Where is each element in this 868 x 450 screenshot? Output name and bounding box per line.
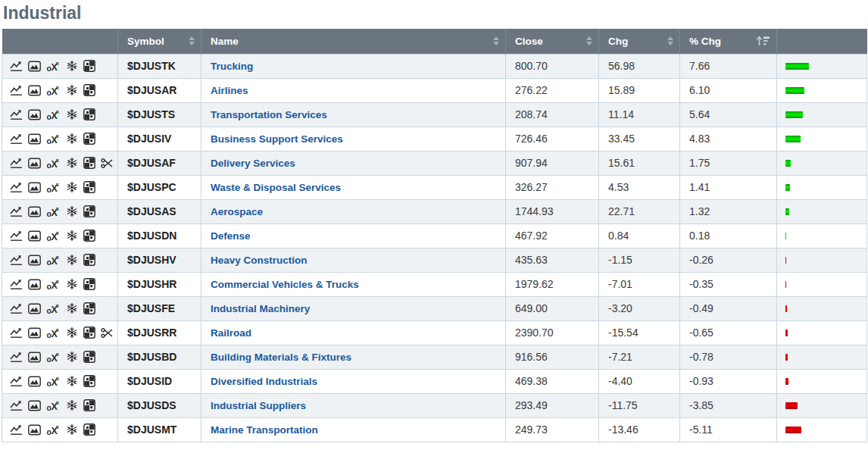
name-link[interactable]: Commercial Vehicles & Trucks	[211, 279, 359, 290]
seasonal-snowflake-icon[interactable]	[66, 205, 78, 217]
seasonal-snowflake-icon[interactable]	[66, 157, 78, 169]
seasonal-snowflake-icon[interactable]	[66, 60, 78, 72]
sharp-chart-icon[interactable]	[10, 85, 23, 96]
sharp-chart-icon[interactable]	[10, 279, 23, 290]
name-link[interactable]: Waste & Disposal Services	[211, 182, 341, 193]
sharp-chart-icon[interactable]	[10, 158, 23, 169]
name-link[interactable]: Transportation Services	[211, 109, 327, 120]
gallery-chart-icon[interactable]	[28, 182, 41, 193]
sharp-chart-icon[interactable]	[10, 61, 23, 72]
sharp-chart-icon[interactable]	[10, 424, 23, 436]
point-and-figure-chart-icon[interactable]: o X x	[46, 181, 61, 193]
header-chg[interactable]: Chg	[599, 29, 680, 54]
market-carpet-icon[interactable]	[83, 205, 95, 217]
gallery-chart-icon[interactable]	[28, 400, 41, 411]
point-and-figure-chart-icon[interactable]: o X x	[46, 230, 61, 242]
gallery-chart-icon[interactable]	[28, 230, 41, 242]
sharp-chart-icon[interactable]	[10, 133, 23, 145]
gallery-chart-icon[interactable]	[28, 424, 41, 436]
name-link[interactable]: Heavy Construction	[211, 255, 308, 266]
sort-icon[interactable]	[586, 36, 592, 45]
seasonal-snowflake-icon[interactable]	[66, 181, 78, 193]
point-and-figure-chart-icon[interactable]: o X x	[46, 133, 61, 145]
seasonal-snowflake-icon[interactable]	[66, 254, 78, 266]
market-carpet-icon[interactable]	[83, 375, 95, 387]
gallery-chart-icon[interactable]	[28, 352, 41, 363]
seasonal-snowflake-icon[interactable]	[66, 399, 78, 411]
market-carpet-icon[interactable]	[83, 399, 95, 411]
sharp-chart-icon[interactable]	[10, 182, 23, 193]
seasonal-snowflake-icon[interactable]	[66, 108, 78, 120]
market-carpet-icon[interactable]	[83, 302, 95, 314]
market-carpet-icon[interactable]	[83, 181, 95, 193]
sharp-chart-icon[interactable]	[10, 303, 23, 314]
name-link[interactable]: Delivery Services	[211, 158, 295, 169]
name-link[interactable]: Diversified Industrials	[211, 376, 317, 387]
gallery-chart-icon[interactable]	[28, 61, 41, 72]
sort-icon[interactable]	[189, 36, 195, 45]
sharp-chart-icon[interactable]	[10, 109, 23, 120]
market-carpet-icon[interactable]	[83, 254, 95, 266]
sort-active-descending-icon[interactable]	[756, 36, 770, 46]
gallery-chart-icon[interactable]	[28, 85, 41, 96]
seasonal-snowflake-icon[interactable]	[66, 327, 78, 339]
sharp-chart-icon[interactable]	[10, 352, 23, 363]
market-carpet-icon[interactable]	[83, 423, 95, 436]
gallery-chart-icon[interactable]	[28, 376, 41, 387]
name-link[interactable]: Business Support Services	[211, 133, 343, 145]
gallery-chart-icon[interactable]	[28, 279, 41, 290]
name-link[interactable]: Aerospace	[211, 206, 263, 217]
scissors-icon[interactable]	[101, 328, 114, 338]
seasonal-snowflake-icon[interactable]	[66, 133, 78, 145]
header-close[interactable]: Close	[506, 29, 599, 54]
gallery-chart-icon[interactable]	[28, 206, 41, 217]
name-link[interactable]: Building Materials & Fixtures	[211, 352, 351, 363]
point-and-figure-chart-icon[interactable]: o X x	[46, 108, 61, 120]
market-carpet-icon[interactable]	[83, 327, 95, 339]
gallery-chart-icon[interactable]	[28, 255, 41, 266]
market-carpet-icon[interactable]	[83, 230, 95, 242]
market-carpet-icon[interactable]	[83, 278, 95, 290]
seasonal-snowflake-icon[interactable]	[66, 375, 78, 387]
point-and-figure-chart-icon[interactable]: o X x	[46, 302, 61, 314]
gallery-chart-icon[interactable]	[28, 133, 41, 145]
market-carpet-icon[interactable]	[83, 133, 95, 145]
point-and-figure-chart-icon[interactable]: o X x	[46, 278, 61, 290]
market-carpet-icon[interactable]	[83, 60, 95, 72]
seasonal-snowflake-icon[interactable]	[66, 230, 78, 242]
name-link[interactable]: Trucking	[211, 61, 253, 72]
sharp-chart-icon[interactable]	[10, 327, 23, 339]
point-and-figure-chart-icon[interactable]: o X x	[46, 205, 61, 217]
seasonal-snowflake-icon[interactable]	[66, 84, 78, 96]
point-and-figure-chart-icon[interactable]: o X x	[46, 157, 61, 169]
header-name[interactable]: Name	[201, 29, 506, 54]
market-carpet-icon[interactable]	[83, 157, 95, 169]
name-link[interactable]: Industrial Machinery	[211, 303, 310, 314]
point-and-figure-chart-icon[interactable]: o X x	[46, 327, 61, 339]
sort-icon[interactable]	[493, 36, 499, 45]
seasonal-snowflake-icon[interactable]	[66, 302, 78, 314]
name-link[interactable]: Marine Transportation	[211, 424, 318, 436]
gallery-chart-icon[interactable]	[28, 303, 41, 314]
point-and-figure-chart-icon[interactable]: o X x	[46, 84, 61, 96]
sharp-chart-icon[interactable]	[10, 230, 23, 242]
market-carpet-icon[interactable]	[83, 351, 95, 363]
point-and-figure-chart-icon[interactable]: o X x	[46, 60, 61, 72]
sort-icon[interactable]	[667, 36, 673, 45]
sharp-chart-icon[interactable]	[10, 255, 23, 266]
sharp-chart-icon[interactable]	[10, 206, 23, 217]
gallery-chart-icon[interactable]	[28, 158, 41, 169]
sharp-chart-icon[interactable]	[10, 376, 23, 387]
point-and-figure-chart-icon[interactable]: o X x	[46, 254, 61, 266]
name-link[interactable]: Airlines	[211, 85, 248, 96]
sharp-chart-icon[interactable]	[10, 400, 23, 411]
market-carpet-icon[interactable]	[83, 108, 95, 120]
point-and-figure-chart-icon[interactable]: o X x	[46, 375, 61, 387]
name-link[interactable]: Railroad	[211, 327, 251, 339]
seasonal-snowflake-icon[interactable]	[66, 351, 78, 363]
seasonal-snowflake-icon[interactable]	[66, 278, 78, 290]
gallery-chart-icon[interactable]	[28, 327, 41, 339]
name-link[interactable]: Defense	[211, 230, 251, 242]
gallery-chart-icon[interactable]	[28, 109, 41, 120]
scissors-icon[interactable]	[101, 158, 114, 168]
